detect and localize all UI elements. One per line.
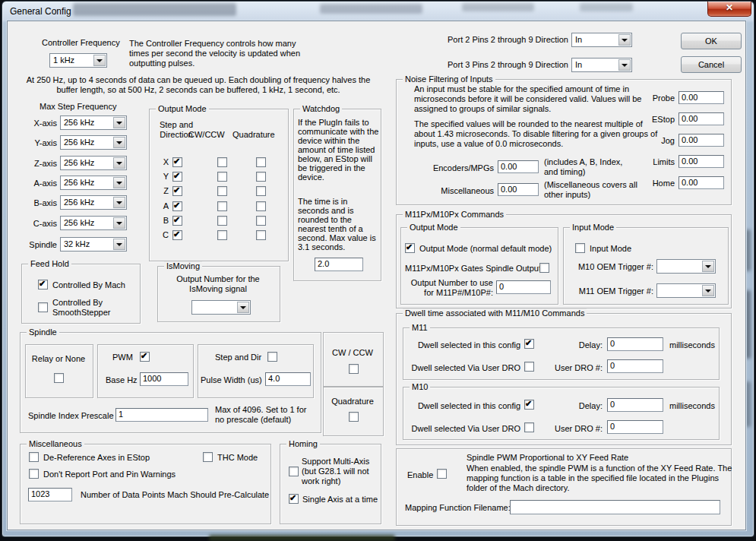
limits-field[interactable]: 0.00	[679, 155, 724, 168]
estop-field[interactable]: 0.00	[679, 112, 724, 125]
probe-field[interactable]: 0.00	[679, 91, 724, 104]
watchdog-timeout-field[interactable]: 2.0	[315, 258, 363, 271]
ok-button[interactable]: OK	[681, 33, 742, 49]
home-label: Home	[637, 179, 675, 188]
jog-label: Jog	[637, 136, 675, 146]
quadrature-c-checkbox[interactable]	[256, 230, 266, 240]
pwm-feed-heading: Spindle PWM Proportional to XY Feed Rate	[467, 453, 628, 463]
max-step-title: Max Step Frequency	[40, 102, 117, 112]
step-and-dir-checkbox[interactable]	[267, 352, 277, 362]
watchdog-para1: If the PlugIn fails to communicate with …	[298, 118, 380, 182]
step-dir-x-checkbox[interactable]	[172, 157, 182, 167]
m11-dro-checkbox[interactable]	[524, 362, 534, 372]
step-dir-y-checkbox[interactable]	[172, 172, 182, 182]
cwccw-y-checkbox[interactable]	[217, 172, 227, 182]
m11-delay-field[interactable]: 0	[607, 337, 663, 351]
max-step-b-select[interactable]: 256 kHz	[60, 195, 127, 210]
cwccw-c-checkbox[interactable]	[217, 230, 227, 240]
dropdown-arrow-icon[interactable]	[113, 177, 125, 188]
dropdown-arrow-icon[interactable]	[113, 239, 125, 250]
probe-label: Probe	[637, 93, 675, 103]
gates-spindle-checkbox[interactable]	[539, 263, 549, 273]
quadrature-y-checkbox[interactable]	[256, 172, 266, 182]
dont-report-warnings-checkbox[interactable]	[29, 469, 39, 479]
max-step-c-select[interactable]: 256 kHz	[60, 216, 127, 230]
spindle-cwccw-checkbox[interactable]	[349, 364, 359, 374]
thc-mode-checkbox[interactable]	[203, 452, 213, 462]
dropdown-arrow-icon[interactable]	[93, 55, 106, 66]
output-mode-checkbox[interactable]	[405, 243, 415, 253]
m11-dwell-config-checkbox[interactable]	[524, 339, 534, 349]
max-step-x-select[interactable]: 256 kHz	[60, 115, 127, 130]
dropdown-arrow-icon[interactable]	[702, 285, 714, 296]
relay-or-none-checkbox[interactable]	[54, 373, 64, 383]
m10-delay-field[interactable]: 0	[607, 398, 663, 412]
controller-frequency-select[interactable]: 1 kHz	[49, 53, 107, 68]
max-step-z-select[interactable]: 256 kHz	[60, 156, 127, 170]
port2-direction-select[interactable]: In	[571, 33, 632, 47]
dropdown-arrow-icon[interactable]	[618, 59, 631, 71]
miscellaneous-field[interactable]: 0.00	[498, 183, 539, 196]
dropdown-arrow-icon[interactable]	[113, 117, 125, 128]
multi-axis-checkbox[interactable]	[289, 467, 299, 476]
cwccw-b-checkbox[interactable]	[217, 216, 227, 226]
step-dir-z-checkbox[interactable]	[172, 186, 182, 196]
m11-oem-trigger-select[interactable]	[656, 283, 716, 298]
enable-checkbox[interactable]	[437, 469, 447, 479]
input-mode-checkbox[interactable]	[575, 243, 585, 253]
dropdown-arrow-icon[interactable]	[113, 217, 125, 229]
dereference-checkbox[interactable]	[29, 452, 39, 462]
dropdown-arrow-icon[interactable]	[702, 261, 714, 272]
ismoving-select[interactable]	[191, 300, 251, 315]
axis-row-label: Z	[157, 186, 169, 196]
quadrature-b-checkbox[interactable]	[256, 216, 266, 226]
axis-label: Y-axis	[21, 138, 57, 148]
spindle-quadrature-checkbox[interactable]	[349, 412, 359, 422]
cwccw-x-checkbox[interactable]	[217, 157, 227, 167]
mapping-filename-field[interactable]	[510, 500, 720, 514]
quadrature-z-checkbox[interactable]	[256, 186, 266, 196]
max-step-spindle-select[interactable]: 32 kHz	[60, 237, 127, 252]
data-points-field[interactable]: 1023	[28, 488, 72, 501]
max-step-a-select[interactable]: 256 kHz	[60, 176, 127, 190]
output-number-field[interactable]: 0	[496, 280, 551, 294]
pwm-checkbox[interactable]	[140, 352, 150, 362]
miscellaneous-label: Miscellaneous	[395, 186, 494, 196]
feed-hold-mach-checkbox[interactable]	[38, 280, 48, 289]
cancel-button[interactable]: Cancel	[681, 56, 742, 73]
feed-hold-mach-label: Controlled By Mach	[52, 280, 125, 290]
feed-hold-smoothstepper-checkbox[interactable]	[38, 302, 48, 312]
dropdown-arrow-icon[interactable]	[618, 34, 631, 46]
m10-dro-num-label: User DRO #:	[549, 424, 603, 434]
home-field[interactable]: 0.00	[679, 176, 724, 189]
background-artifact	[209, 535, 395, 541]
cwccw-z-checkbox[interactable]	[217, 186, 227, 196]
quadrature-a-checkbox[interactable]	[256, 201, 266, 211]
m10-dro-checkbox[interactable]	[524, 422, 534, 432]
step-dir-a-checkbox[interactable]	[172, 201, 182, 211]
jog-field[interactable]: 0.00	[679, 134, 724, 147]
quadrature-x-checkbox[interactable]	[256, 157, 266, 167]
close-button[interactable]: ✕	[707, 2, 751, 17]
port3-direction-select[interactable]: In	[571, 58, 632, 72]
spindle-index-prescale-field[interactable]: 1	[115, 408, 208, 422]
dropdown-arrow-icon[interactable]	[237, 302, 249, 313]
pulse-width-field[interactable]: 4.0	[265, 372, 311, 386]
m10-oem-trigger-select[interactable]	[656, 259, 716, 274]
m10-dwell-config-checkbox[interactable]	[524, 400, 534, 410]
m10-dro-num-field[interactable]: 0	[607, 420, 663, 434]
axis-label: X-axis	[21, 119, 57, 128]
cwccw-a-checkbox[interactable]	[217, 201, 227, 211]
dropdown-arrow-icon[interactable]	[113, 197, 125, 208]
dropdown-arrow-icon[interactable]	[113, 137, 125, 148]
base-hz-field[interactable]: 1000	[140, 372, 188, 386]
encoders-mpgs-field[interactable]: 0.00	[498, 160, 539, 173]
step-dir-b-checkbox[interactable]	[172, 216, 182, 226]
estop-label: EStop	[637, 115, 675, 125]
port3-direction-label: Port 3 Pins 2 through 9 Direction	[422, 60, 568, 70]
dropdown-arrow-icon[interactable]	[113, 157, 125, 169]
single-axis-checkbox[interactable]	[289, 494, 299, 504]
step-dir-c-checkbox[interactable]	[172, 230, 182, 240]
max-step-y-select[interactable]: 256 kHz	[60, 135, 127, 150]
m11-dro-num-field[interactable]: 0	[607, 359, 663, 373]
